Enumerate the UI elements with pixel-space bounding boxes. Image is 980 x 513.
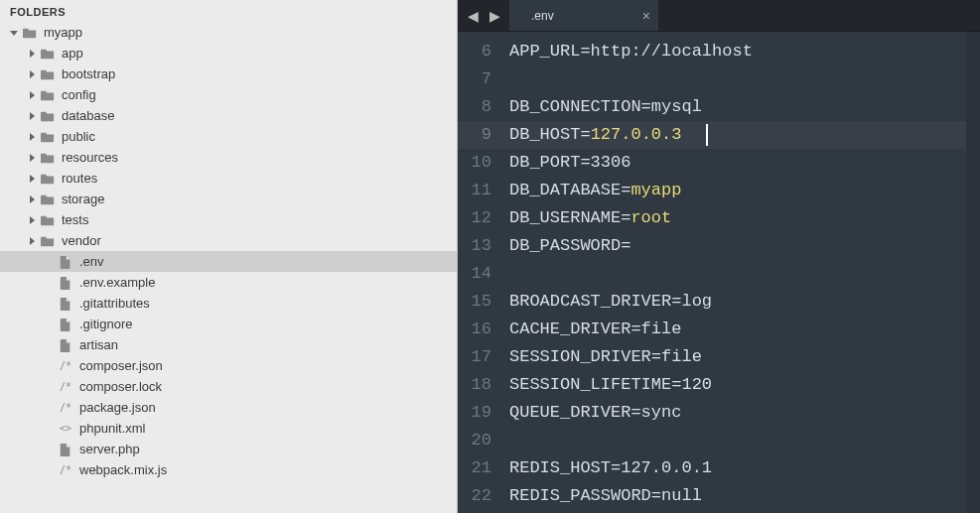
folder-icon <box>40 129 56 145</box>
folder-icon <box>22 25 38 41</box>
tree-file-label: composer.lock <box>79 379 457 394</box>
chevron-down-icon[interactable] <box>8 27 20 39</box>
tree-folder[interactable]: config <box>0 84 457 105</box>
tree-folder-label: public <box>62 129 457 144</box>
line-number: 16 <box>458 316 491 343</box>
chevron-right-icon[interactable] <box>26 89 38 101</box>
code-line[interactable]: DB_USERNAME=root <box>509 204 966 232</box>
code-file-icon: /* <box>58 402 73 413</box>
chevron-right-icon[interactable] <box>26 214 38 226</box>
chevron-right-icon[interactable] <box>26 110 38 122</box>
code-line[interactable]: SESSION_LIFETIME=120 <box>509 371 966 399</box>
tree-folder-label: app <box>62 46 457 61</box>
line-number: 14 <box>458 260 491 288</box>
tree-folder[interactable]: resources <box>0 147 457 168</box>
code-line[interactable]: REDIS_PASSWORD=null <box>509 482 966 510</box>
folder-icon <box>40 108 56 124</box>
code-line[interactable]: DB_PASSWORD= <box>509 232 966 260</box>
tree-file[interactable]: /*composer.json <box>0 355 457 376</box>
sidebar-header: FOLDERS <box>0 0 457 22</box>
chevron-right-icon[interactable] <box>26 48 38 60</box>
chevron-right-icon[interactable] <box>26 131 38 143</box>
code-line[interactable] <box>509 260 966 288</box>
code-line[interactable]: BROADCAST_DRIVER=log <box>509 288 966 316</box>
tree-folder-label: routes <box>62 171 457 186</box>
code-file-icon: /* <box>58 464 73 475</box>
line-gutter: 678910111213141516171819202122 <box>458 32 501 513</box>
tree-folder[interactable]: routes <box>0 168 457 189</box>
tree-folder[interactable]: vendor <box>0 230 457 251</box>
folder-icon <box>40 66 56 82</box>
file-icon <box>58 275 73 291</box>
folder-icon <box>40 150 56 166</box>
chevron-right-icon[interactable] <box>26 193 38 205</box>
tree-file-label: package.json <box>79 400 457 415</box>
code-line[interactable] <box>509 65 966 93</box>
code-area[interactable]: 678910111213141516171819202122 APP_URL=h… <box>458 32 980 513</box>
file-icon <box>58 296 73 312</box>
code-line[interactable]: APP_URL=http://localhost <box>509 38 966 65</box>
tree-root[interactable]: myapp <box>0 22 457 43</box>
chevron-right-icon[interactable] <box>26 173 38 185</box>
code-line[interactable]: DB_HOST=127.0.0.3 <box>509 121 966 149</box>
code-line[interactable]: QUEUE_DRIVER=sync <box>509 399 966 427</box>
file-icon <box>58 442 73 457</box>
tree-file[interactable]: server.php <box>0 439 457 459</box>
line-number: 12 <box>458 204 491 232</box>
code-line[interactable]: SESSION_DRIVER=file <box>509 343 966 371</box>
code-line[interactable]: DB_CONNECTION=mysql <box>509 93 966 121</box>
chevron-right-icon[interactable] <box>26 68 38 80</box>
tree-file-label: .env.example <box>79 275 457 290</box>
tree-file[interactable]: /*composer.lock <box>0 376 457 397</box>
tree-file-label: .env <box>79 254 457 269</box>
nav-forward-icon[interactable]: ▶ <box>486 7 503 25</box>
tree-file[interactable]: /*webpack.mix.js <box>0 459 457 480</box>
code-line[interactable]: DB_DATABASE=myapp <box>509 177 966 204</box>
line-number: 7 <box>458 65 491 93</box>
tree-folder[interactable]: storage <box>0 189 457 209</box>
code-line[interactable]: DB_PORT=3306 <box>509 149 966 177</box>
tree-file[interactable]: .env <box>0 251 457 272</box>
tree-folder[interactable]: bootstrap <box>0 64 457 84</box>
close-icon[interactable]: × <box>642 9 650 23</box>
line-number: 22 <box>458 482 491 510</box>
line-number: 10 <box>458 149 491 177</box>
chevron-right-icon[interactable] <box>26 152 38 164</box>
code-line[interactable] <box>509 427 966 454</box>
tree-folder-label: storage <box>62 192 457 206</box>
folder-icon <box>40 233 56 249</box>
file-icon <box>58 337 73 353</box>
tree-file[interactable]: /*package.json <box>0 397 457 418</box>
line-number: 15 <box>458 288 491 316</box>
tree-folder[interactable]: app <box>0 43 457 64</box>
code-file-icon: /* <box>58 381 73 392</box>
tree-folder[interactable]: database <box>0 105 457 126</box>
tree-file[interactable]: <>phpunit.xml <box>0 418 457 439</box>
nav-back-icon[interactable]: ◀ <box>464 7 482 25</box>
editor-tab[interactable]: .env × <box>509 0 658 31</box>
code-content[interactable]: APP_URL=http://localhostDB_CONNECTION=my… <box>501 32 966 513</box>
tree-file-label: artisan <box>79 337 457 352</box>
chevron-right-icon[interactable] <box>26 235 38 247</box>
code-line[interactable]: REDIS_HOST=127.0.0.1 <box>509 454 966 482</box>
editor-pane: ◀ ▶ .env × 67891011121314151617181920212… <box>458 0 980 513</box>
tree-file[interactable]: .env.example <box>0 272 457 293</box>
scrollbar[interactable] <box>966 32 980 513</box>
line-number: 18 <box>458 371 491 399</box>
tree-root-label: myapp <box>44 25 457 40</box>
tree-file[interactable]: .gitignore <box>0 314 457 334</box>
folder-icon <box>40 192 56 207</box>
code-line[interactable]: CACHE_DRIVER=file <box>509 316 966 343</box>
folder-icon <box>40 212 56 228</box>
tree-file-label: .gitattributes <box>79 296 457 311</box>
tree-folder[interactable]: tests <box>0 209 457 230</box>
tree-file[interactable]: .gitattributes <box>0 293 457 314</box>
line-number: 19 <box>458 399 491 427</box>
tree-file[interactable]: artisan <box>0 334 457 355</box>
line-number: 21 <box>458 454 491 482</box>
folder-icon <box>40 87 56 103</box>
file-icon <box>58 317 73 332</box>
tree-folder[interactable]: public <box>0 126 457 147</box>
tree-file-label: composer.json <box>79 358 457 373</box>
tree-folder-label: tests <box>62 212 457 227</box>
